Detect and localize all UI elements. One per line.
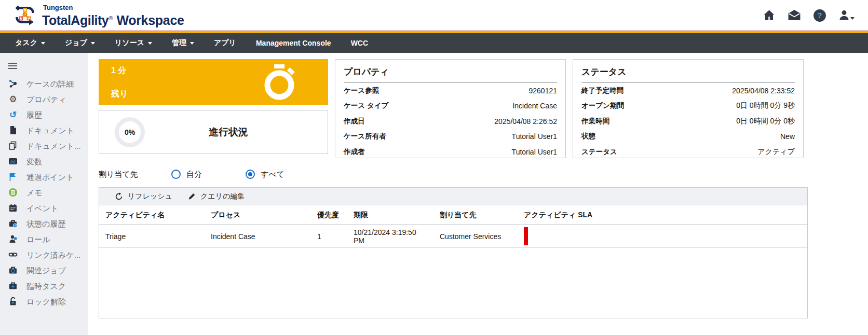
cell-assigned-to: Customer Services	[433, 225, 518, 248]
header-icon-bar: ?	[763, 9, 855, 22]
radio-checked-icon	[246, 170, 255, 179]
property-row: ケース参照9260121	[344, 83, 557, 99]
nav-jobs[interactable]: ジョブ	[55, 33, 105, 53]
status-row: 終了予定時間2025/04/08 2:33:52	[581, 83, 795, 99]
col-activity-name[interactable]: アクティビティ名	[99, 205, 205, 225]
activity-table-card: リフレッシュ クエリの編集 アクティビティ名 プロセス 優先度 期限 割り当て先	[99, 187, 808, 318]
events-icon	[8, 203, 18, 213]
progress-label: 進行状況	[145, 125, 312, 139]
status-row: 状態New	[581, 129, 795, 145]
sidebar-collapse-button[interactable]	[0, 56, 88, 76]
properties-panel: プロパティ ケース参照9260121 ケース タイプIncident Case …	[335, 59, 566, 158]
cell-priority: 1	[311, 225, 347, 248]
status-row: オープン期間0日 0時間 0分 9秒	[581, 99, 795, 114]
properties-panel-title: プロパティ	[344, 64, 557, 83]
variables-icon: (x)	[8, 157, 18, 166]
chevron-down-icon	[190, 42, 194, 45]
chevron-down-icon	[148, 42, 152, 45]
sidebar-item-variables[interactable]: (x) 変数	[0, 153, 88, 169]
document-icon	[8, 125, 18, 135]
associated-jobs-icon	[8, 266, 18, 275]
refresh-button[interactable]: リフレッシュ	[115, 192, 172, 201]
documents-icon	[8, 141, 18, 150]
property-row: 作成者Tutorial User1	[344, 144, 557, 160]
activity-table: アクティビティ名 プロセス 優先度 期限 割り当て先 アクティビティ SLA T…	[99, 205, 807, 248]
sla-red-indicator	[524, 227, 528, 245]
sidebar-item-milestones[interactable]: 通過ポイント	[0, 169, 88, 185]
status-panel: ステータス 終了予定時間2025/04/08 2:33:52 オープン期間0日 …	[573, 59, 804, 158]
state-history-icon	[8, 219, 18, 228]
sidebar-item-documents[interactable]: ドキュメント	[0, 122, 88, 138]
sidebar-item-roles[interactable]: ロール	[0, 231, 88, 247]
chevron-down-icon	[850, 17, 855, 20]
sidebar-item-properties[interactable]: ⚙ プロパティ	[0, 91, 88, 107]
sidebar-item-history[interactable]: ↺ 履歴	[0, 107, 88, 122]
case-sidebar: ケースの詳細 ⚙ プロパティ ↺ 履歴 ドキュメント ドキュメント... (x)…	[0, 53, 88, 335]
pencil-icon	[188, 192, 196, 200]
col-due-date[interactable]: 期限	[347, 205, 433, 225]
sidebar-item-adhoc-tasks[interactable]: 臨時タスク	[0, 278, 88, 294]
status-row: ステータスアクティブ	[581, 144, 795, 160]
radio-assigned-to-me[interactable]: 自分	[171, 170, 246, 179]
case-details-icon	[8, 79, 18, 88]
help-icon[interactable]: ?	[813, 9, 826, 22]
sidebar-item-notes[interactable]: メモ	[0, 185, 88, 200]
refresh-icon	[115, 192, 123, 201]
chevron-down-icon	[41, 42, 45, 45]
milestones-icon	[8, 172, 18, 182]
nav-apps[interactable]: アプリ	[204, 33, 246, 53]
activity-row-triage[interactable]: Triage Incident Case 1 10/21/2024 3:19:5…	[99, 225, 807, 248]
nav-resources[interactable]: リソース	[105, 33, 162, 53]
roles-icon	[8, 234, 18, 244]
col-priority[interactable]: 優先度	[311, 205, 347, 225]
svg-text:(x): (x)	[10, 159, 16, 164]
chevron-down-icon	[91, 42, 95, 45]
property-row: 作成日2025/04/08 2:26:52	[344, 114, 557, 129]
status-panel-title: ステータス	[581, 64, 795, 83]
brand-product: TotalAgility®Workspace	[42, 11, 184, 27]
col-activity-sla[interactable]: アクティビティ SLA	[518, 205, 807, 225]
totalagility-logo-icon	[12, 4, 37, 26]
properties-icon: ⚙	[8, 94, 18, 104]
user-menu-icon[interactable]	[838, 9, 855, 22]
sidebar-item-state-history[interactable]: 状態の履歴	[0, 216, 88, 231]
app-header: Tungsten TotalAgility®Workspace ?	[0, 0, 868, 31]
sidebar-item-document-sets[interactable]: ドキュメント...	[0, 138, 88, 153]
col-assigned-to[interactable]: 割り当て先	[433, 205, 518, 225]
cell-process: Incident Case	[205, 225, 311, 248]
property-row: ケース タイプIncident Case	[344, 99, 557, 114]
sidebar-item-events[interactable]: イベント	[0, 200, 88, 216]
sidebar-item-associated-jobs[interactable]: 関連ジョブ	[0, 262, 88, 278]
sidebar-item-unlock[interactable]: ロック解除	[0, 294, 88, 309]
assign-filter-row: 割り当て先 自分 すべて	[99, 168, 868, 181]
nav-wcc[interactable]: WCC	[341, 33, 378, 53]
nav-management-console[interactable]: Management Console	[246, 33, 341, 53]
brand-tungsten: Tungsten	[43, 4, 184, 11]
mail-icon[interactable]	[787, 9, 802, 22]
edit-query-button[interactable]: クエリの編集	[188, 192, 245, 201]
progress-card: 0% 進行状況	[99, 110, 328, 154]
cell-activity-sla	[518, 225, 807, 248]
assign-filter-label: 割り当て先	[99, 170, 171, 179]
brand-logo[interactable]: Tungsten TotalAgility®Workspace	[12, 4, 184, 27]
case-main-content: 1 分 残り 0% 進行状況 プロパティ ケース参照9260121 ケース タイ…	[88, 53, 868, 335]
unlock-icon	[8, 297, 18, 306]
linked-cases-icon	[8, 250, 18, 259]
home-icon[interactable]	[763, 9, 776, 22]
history-icon: ↺	[8, 110, 18, 119]
sla-time-card: 1 分 残り	[99, 59, 328, 105]
nav-admin[interactable]: 管理	[162, 33, 204, 53]
property-row: ケース所有者Tutorial User1	[344, 129, 557, 145]
progress-donut: 0%	[115, 117, 145, 147]
radio-icon	[171, 170, 181, 179]
activity-table-toolbar: リフレッシュ クエリの編集	[99, 188, 807, 205]
notes-icon	[8, 188, 18, 197]
svg-text:?: ?	[817, 11, 822, 20]
status-row: 作業時間0日 0時間 0分 0秒	[581, 114, 795, 129]
sidebar-item-linked-cases[interactable]: リンク済みケ...	[0, 247, 88, 262]
sidebar-item-case-details[interactable]: ケースの詳細	[0, 76, 88, 91]
col-process[interactable]: プロセス	[205, 205, 311, 225]
nav-tasks[interactable]: タスク	[5, 33, 55, 53]
cell-due-date: 10/21/2024 3:19:50 PM	[347, 225, 433, 248]
radio-assigned-to-all[interactable]: すべて	[246, 170, 320, 179]
